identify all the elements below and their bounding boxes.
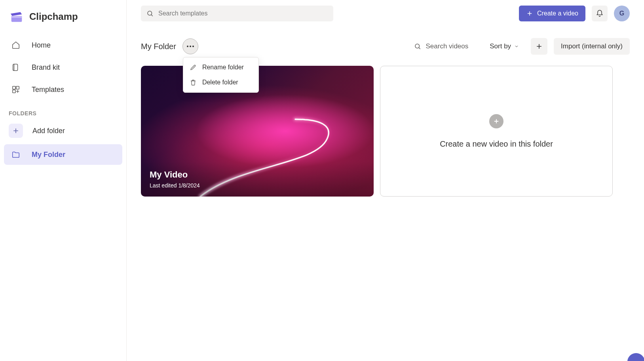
search-icon <box>414 43 421 50</box>
plus-icon <box>9 124 23 138</box>
create-in-folder-button[interactable] <box>531 38 547 55</box>
clipchamp-logo-icon <box>9 9 25 25</box>
sort-by-label: Sort by <box>490 42 511 50</box>
more-icon <box>187 46 194 47</box>
avatar[interactable]: G <box>614 6 630 21</box>
import-label: Import (internal only) <box>561 42 623 50</box>
sidebar: Clipchamp Home Brand kit Templat <box>0 0 127 361</box>
avatar-initial: G <box>619 10 624 17</box>
folders-section-label: FOLDERS <box>4 101 122 120</box>
pencil-icon <box>190 64 197 71</box>
new-card-label: Create a new video in this folder <box>440 139 553 149</box>
menu-label: Rename folder <box>202 64 244 71</box>
trash-icon <box>190 79 197 86</box>
nav-label: Brand kit <box>32 63 60 72</box>
plus-icon <box>526 10 533 17</box>
video-title: My Video <box>150 170 365 180</box>
folder-toolbar: My Folder Rename folder Delete folder <box>141 27 630 66</box>
nav-brand-kit[interactable]: Brand kit <box>4 56 122 78</box>
create-video-button[interactable]: Create a video <box>519 6 585 21</box>
plus-icon <box>535 42 543 50</box>
home-icon <box>11 40 21 50</box>
menu-label: Delete folder <box>202 79 238 86</box>
add-folder-label: Add folder <box>32 127 65 135</box>
sidebar-folder-myfolder[interactable]: My Folder <box>4 144 122 165</box>
search-videos[interactable]: Search videos <box>414 42 478 50</box>
topbar: Create a video G <box>141 0 630 27</box>
menu-delete-folder[interactable]: Delete folder <box>183 75 258 90</box>
search-templates[interactable] <box>141 6 333 21</box>
plus-circle-icon <box>489 114 503 128</box>
page-title: My Folder <box>141 42 176 51</box>
nav-label: Templates <box>32 86 64 94</box>
sort-by-dropdown[interactable]: Sort by <box>484 39 524 53</box>
folder-icon <box>11 150 21 159</box>
search-videos-label: Search videos <box>426 42 469 50</box>
search-icon <box>146 10 154 17</box>
import-button[interactable]: Import (internal only) <box>554 38 630 55</box>
svg-rect-3 <box>16 86 19 89</box>
search-templates-input[interactable] <box>158 10 328 17</box>
bell-icon <box>596 10 604 17</box>
templates-icon <box>11 85 21 94</box>
svg-point-5 <box>148 11 152 15</box>
video-overlay: My Video Last edited 1/8/2024 <box>141 162 374 197</box>
nav-label: Home <box>32 41 51 50</box>
nav-home[interactable]: Home <box>4 34 122 56</box>
menu-rename-folder[interactable]: Rename folder <box>183 60 258 75</box>
folder-more-button[interactable]: Rename folder Delete folder <box>182 38 198 54</box>
create-video-label: Create a video <box>537 10 578 17</box>
svg-point-6 <box>415 44 420 48</box>
brandkit-icon <box>11 63 21 72</box>
folder-context-menu: Rename folder Delete folder <box>183 57 259 93</box>
brand-name: Clipchamp <box>29 11 78 22</box>
svg-rect-2 <box>13 86 15 89</box>
logo-row[interactable]: Clipchamp <box>4 6 122 34</box>
svg-rect-4 <box>13 90 15 93</box>
add-folder-button[interactable]: Add folder <box>4 120 122 142</box>
chevron-down-icon <box>514 44 519 49</box>
create-new-video-card[interactable]: Create a new video in this folder <box>380 66 613 197</box>
help-button[interactable] <box>625 351 644 361</box>
folder-label: My Folder <box>32 151 65 159</box>
nav-templates[interactable]: Templates <box>4 78 122 101</box>
notifications-button[interactable] <box>592 6 608 21</box>
svg-rect-1 <box>11 16 22 18</box>
main: Create a video G My Folder Rename folder <box>127 0 644 361</box>
video-subtitle: Last edited 1/8/2024 <box>150 182 365 189</box>
